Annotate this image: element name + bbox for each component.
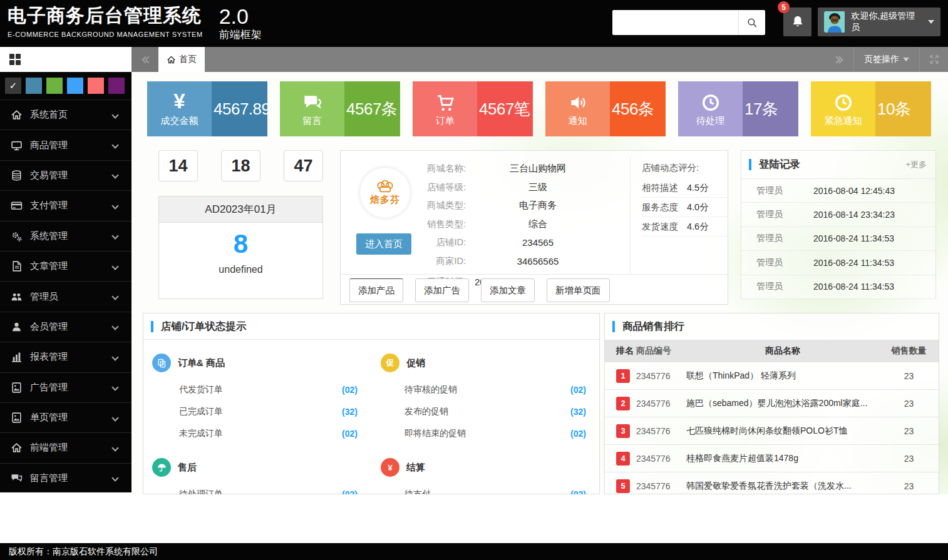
credit-card-icon <box>10 200 23 212</box>
tabs-scroll-right-button[interactable] <box>826 47 853 72</box>
sidebar-item-system[interactable]: 系统管理 <box>0 221 131 251</box>
theme-swatch-red[interactable] <box>88 78 104 94</box>
status-row: 待处理订单(02) <box>179 483 358 494</box>
document-icon <box>10 260 23 273</box>
status-section-settlement: ¥ 结算 待支付(02) <box>372 444 600 494</box>
yen-icon: ¥ <box>173 89 185 113</box>
sidebar-item-trades[interactable]: 交易管理 <box>0 160 131 190</box>
search-icon <box>746 17 758 29</box>
double-chevron-right-icon <box>834 54 846 66</box>
add-article-button[interactable]: 添加文章 <box>481 278 535 302</box>
sidebar-toggle-button[interactable] <box>0 47 131 72</box>
app-version: 2.0 <box>219 4 262 29</box>
shop-field-row: 商城类型:电子商务 <box>341 196 604 215</box>
login-record-row: 管理员2016-08-24 11:34:53 <box>741 275 935 299</box>
bar-chart-icon <box>10 351 23 364</box>
theme-swatch-green[interactable] <box>46 78 63 94</box>
stat-value: 4567条 <box>346 98 397 120</box>
clock-icon <box>833 89 853 113</box>
dashboard-page: 电子商务后台管理系统 2.0 E-COMMERCE BACKGROUND MAN… <box>0 0 948 560</box>
copyright-text: 版权所有：南京版石软件系统有限公司 <box>9 546 158 557</box>
stat-card-messages[interactable]: 留言 4567条 <box>280 81 400 136</box>
sidebar-item-admins[interactable]: 管理员 <box>0 281 131 311</box>
count-link[interactable]: (32) <box>570 407 586 417</box>
footer: 版权所有：南京版石软件系统有限公司 <box>0 543 948 560</box>
check-icon <box>5 78 21 94</box>
count-link[interactable]: (02) <box>342 429 358 439</box>
count-link[interactable]: (02) <box>570 385 586 395</box>
app-subtitle: E-COMMERCE BACKGROUND MANAGEMENT SYSTEM <box>8 29 203 41</box>
count-link[interactable]: (32) <box>342 407 358 417</box>
more-link[interactable]: +更多 <box>905 159 927 170</box>
speaker-icon <box>568 89 588 113</box>
rating-row: 发货速度4.6分 <box>642 217 728 237</box>
users-icon <box>10 290 23 303</box>
tab-bar-controls: 页签操作 <box>826 47 948 72</box>
settlement-icon: ¥ <box>381 458 399 477</box>
clock-icon <box>701 89 721 113</box>
add-page-button[interactable]: 新增单页面 <box>547 278 610 302</box>
login-record-row: 管理员2016-08-14 23:34:23 <box>741 203 935 227</box>
notification-button[interactable]: 5 <box>783 8 811 36</box>
sidebar-item-frontend[interactable]: 前端管理 <box>0 432 131 462</box>
search-button[interactable] <box>738 10 765 35</box>
stat-value: 456条 <box>612 98 654 120</box>
user-menu[interactable]: 欢迎你,超级管理员 <box>818 8 940 36</box>
theme-swatch-steelblue[interactable] <box>26 78 42 94</box>
calendar-day: 8 <box>159 230 322 258</box>
login-records-panel: 登陆记录 +更多 管理员2016-08-04 12:45:43 管理员2016-… <box>741 150 936 299</box>
add-ad-button[interactable]: 添加广告 <box>415 278 469 302</box>
chevron-down-icon <box>111 384 118 391</box>
theme-swatches <box>0 72 131 99</box>
shop-info-panel: 焙多芬 进入首页 商城名称:三台山购物网 店铺等级:三级 商城类型:电子商务 销… <box>340 150 728 305</box>
stat-card-urgent[interactable]: 紧急通知 10条 <box>811 81 931 136</box>
tab-actions-dropdown[interactable]: 页签操作 <box>853 47 920 72</box>
stat-card-turnover[interactable]: ¥成交金额 4567.89元 <box>147 81 267 136</box>
stat-value: 10条 <box>877 98 910 120</box>
sidebar-item-members[interactable]: 会员管理 <box>0 312 131 342</box>
sidebar-item-articles[interactable]: 文章管理 <box>0 251 131 281</box>
bell-icon <box>790 14 805 29</box>
stat-card-notices[interactable]: 通知 456条 <box>545 81 666 136</box>
sidebar-item-messages[interactable]: 留言管理 <box>0 463 131 493</box>
shop-field-row: 销售类型:综合 <box>341 215 604 234</box>
calendar-widget: AD2023年01月 8 undefined <box>158 196 323 299</box>
sidebar-item-pages[interactable]: 单页管理 <box>0 402 131 432</box>
chevron-down-icon <box>111 263 118 270</box>
status-row: 待支付(02) <box>404 483 586 494</box>
count-link[interactable]: (02) <box>342 385 358 395</box>
status-section-promotions: 促 促销 待审核的促销(02) 发布的促销(32) 即将结束的促销(02) <box>372 340 600 444</box>
stat-card-pending[interactable]: 待处理 17条 <box>678 81 798 136</box>
fullscreen-button[interactable] <box>920 47 948 72</box>
sidebar-item-payments[interactable]: 支付管理 <box>0 190 131 220</box>
chat-icon <box>302 89 322 113</box>
ranking-row: 2 2345776 施巴（sebamed）婴儿泡泡沐浴露200ml家庭... 2… <box>605 390 939 417</box>
add-product-button[interactable]: 添加产品 <box>349 278 403 302</box>
clock-minutes: 18 <box>221 150 260 181</box>
theme-swatch-purple[interactable] <box>108 78 125 94</box>
sales-ranking-panel: 商品销售排行 排名 商品编号 商品名称 销售数量 1 2345776 联想（Th… <box>604 313 939 494</box>
chevron-down-icon <box>111 414 118 421</box>
count-link[interactable]: (02) <box>570 429 586 439</box>
sales-ranking-title: 商品销售排行 <box>622 320 684 333</box>
stat-card-orders[interactable]: 订单 4567笔 <box>413 81 533 136</box>
tabs-scroll-left-button[interactable] <box>131 47 158 72</box>
sidebar-item-ads[interactable]: 广告管理 <box>0 372 131 402</box>
count-link[interactable]: (02) <box>570 489 586 495</box>
sidebar-item-reports[interactable]: 报表管理 <box>0 342 131 372</box>
tab-home-label: 首页 <box>179 54 197 65</box>
tab-home[interactable]: 首页 <box>158 47 205 72</box>
cart-icon <box>435 89 455 113</box>
rank-badge: 3 <box>616 424 630 438</box>
theme-swatch-blue[interactable] <box>67 78 83 94</box>
main-content: ¥成交金额 4567.89元 留言 4567条 订单 4567笔 通知 456条… <box>131 72 948 494</box>
theme-swatch-dark[interactable] <box>5 78 21 94</box>
calendar-month: AD2023年01月 <box>159 196 322 223</box>
count-link[interactable]: (02) <box>342 489 358 495</box>
sidebar-item-system-home[interactable]: 系统首页 <box>0 99 131 130</box>
status-row: 代发货订单(02) <box>179 379 358 400</box>
sidebar-item-products[interactable]: 商品管理 <box>0 130 131 160</box>
umbrella-icon <box>152 458 171 477</box>
ranking-row: 1 2345776 联想（ThinkPad） 轻薄系列 23 <box>605 362 939 390</box>
search-input[interactable] <box>612 10 738 35</box>
